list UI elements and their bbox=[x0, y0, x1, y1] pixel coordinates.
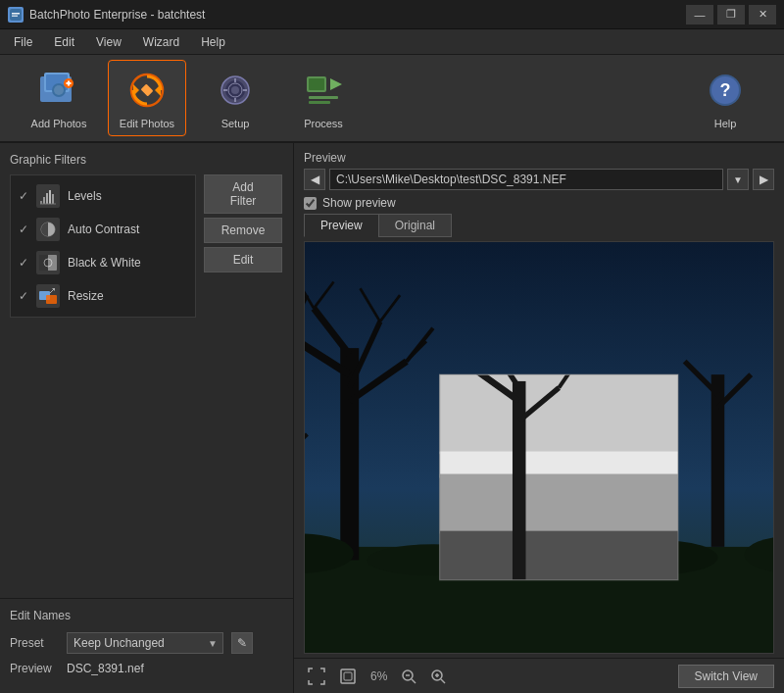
svg-rect-2 bbox=[12, 15, 18, 17]
prev-file-button[interactable]: ◀ bbox=[304, 169, 325, 190]
svg-rect-10 bbox=[67, 82, 72, 84]
menu-edit[interactable]: Edit bbox=[44, 32, 84, 52]
svg-rect-34 bbox=[49, 190, 51, 204]
svg-rect-32 bbox=[43, 197, 45, 204]
svg-rect-85 bbox=[344, 672, 352, 680]
preview-filename-value: DSC_8391.nef bbox=[67, 662, 144, 675]
filter-item-black-white[interactable]: ✓ Black & White bbox=[11, 246, 195, 279]
zoom-in-button[interactable] bbox=[426, 667, 450, 686]
zoom-level: 6% bbox=[367, 669, 391, 683]
title-text: BatchPhoto Enterprise - batchtest bbox=[29, 8, 205, 22]
filter-item-levels[interactable]: ✓ Levels bbox=[11, 179, 195, 213]
remove-filter-button[interactable]: Remove bbox=[204, 218, 282, 243]
title-bar-left: BatchPhoto Enterprise - batchtest bbox=[8, 7, 205, 23]
add-photos-button[interactable]: Add Photos bbox=[20, 60, 98, 136]
filter-name-black-white: Black & White bbox=[68, 256, 141, 270]
filters-list: ✓ Levels bbox=[10, 174, 196, 318]
edit-photos-icon bbox=[123, 67, 171, 114]
filter-name-levels: Levels bbox=[68, 189, 102, 203]
preset-label: Preset bbox=[10, 636, 59, 650]
menu-wizard[interactable]: Wizard bbox=[133, 32, 189, 52]
menu-file[interactable]: File bbox=[4, 32, 42, 52]
title-bar: BatchPhoto Enterprise - batchtest — ❐ ✕ bbox=[0, 0, 784, 29]
add-filter-button[interactable]: Add Filter bbox=[204, 174, 282, 214]
minimize-button[interactable]: — bbox=[686, 5, 713, 25]
show-preview-checkbox[interactable] bbox=[304, 197, 317, 210]
process-button[interactable]: Process bbox=[284, 60, 363, 136]
tab-original[interactable]: Original bbox=[378, 214, 452, 237]
svg-rect-24 bbox=[309, 78, 324, 90]
zoom-actual-button[interactable] bbox=[335, 666, 361, 687]
preset-row: Preset Keep Unchanged Custom ▼ ✎ bbox=[10, 632, 283, 654]
edit-photos-label: Edit Photos bbox=[120, 118, 174, 129]
edit-names-section: Edit Names Preset Keep Unchanged Custom … bbox=[0, 598, 293, 693]
tab-preview[interactable]: Preview bbox=[304, 214, 378, 237]
show-preview-label[interactable]: Show preview bbox=[322, 196, 396, 210]
zoom-fit-button[interactable] bbox=[304, 666, 329, 687]
filter-check-levels: ✓ bbox=[19, 189, 28, 203]
help-button[interactable]: ? Help bbox=[686, 60, 764, 136]
edit-photos-button[interactable]: Edit Photos bbox=[108, 60, 186, 136]
add-photos-icon bbox=[35, 67, 82, 114]
file-path-input[interactable] bbox=[329, 169, 723, 190]
edit-filter-button[interactable]: Edit bbox=[204, 247, 282, 272]
preview-canvas bbox=[304, 241, 774, 654]
graphic-filters-section: Graphic Filters ✓ bbox=[0, 143, 293, 598]
filter-icon-levels bbox=[36, 184, 60, 208]
filter-item-resize[interactable]: ✓ Resize bbox=[11, 279, 195, 313]
preview-tabs: Preview Original bbox=[294, 214, 784, 237]
setup-button[interactable]: Setup bbox=[196, 60, 274, 136]
svg-rect-35 bbox=[52, 194, 54, 204]
setup-icon bbox=[212, 67, 259, 114]
preview-image-area bbox=[305, 242, 773, 653]
show-preview-row: Show preview bbox=[294, 196, 784, 214]
filters-area: ✓ Levels bbox=[10, 174, 283, 318]
svg-line-92 bbox=[441, 679, 445, 683]
filter-check-resize: ✓ bbox=[19, 289, 28, 303]
svg-rect-14 bbox=[141, 84, 154, 97]
svg-rect-1 bbox=[12, 13, 20, 15]
next-file-button[interactable]: ▶ bbox=[753, 169, 774, 190]
process-label: Process bbox=[304, 118, 343, 129]
zoom-out-button[interactable] bbox=[397, 667, 420, 686]
svg-rect-84 bbox=[341, 669, 355, 683]
switch-view-button[interactable]: Switch View bbox=[678, 665, 774, 688]
close-button[interactable]: ✕ bbox=[749, 5, 776, 25]
svg-rect-75 bbox=[440, 531, 678, 580]
left-panel: Graphic Filters ✓ bbox=[0, 143, 294, 693]
preset-select-wrapper: Keep Unchanged Custom ▼ bbox=[67, 632, 223, 654]
filter-name-resize: Resize bbox=[68, 289, 104, 303]
filter-buttons: Add Filter Remove Edit bbox=[204, 174, 282, 318]
filter-icon-resize bbox=[36, 284, 60, 308]
filter-check-auto-contrast: ✓ bbox=[19, 223, 28, 236]
svg-marker-13 bbox=[133, 84, 139, 96]
preview-toolbar: 6% Switch View bbox=[294, 658, 784, 693]
toolbar: Add Photos Edit Photos bbox=[0, 55, 784, 143]
file-nav: ◀ ▼ ▶ bbox=[294, 169, 784, 196]
graphic-filters-title: Graphic Filters bbox=[10, 153, 283, 167]
maximize-button[interactable]: ❐ bbox=[717, 5, 745, 25]
menu-bar: File Edit View Wizard Help bbox=[0, 29, 784, 55]
menu-help[interactable]: Help bbox=[191, 32, 235, 52]
svg-point-18 bbox=[231, 86, 239, 94]
preview-filename-label: Preview bbox=[10, 662, 59, 675]
main-content: Graphic Filters ✓ bbox=[0, 143, 784, 693]
svg-rect-27 bbox=[309, 101, 330, 104]
app-icon bbox=[8, 7, 24, 23]
filter-check-black-white: ✓ bbox=[19, 256, 28, 270]
preview-filename-row: Preview DSC_8391.nef bbox=[10, 662, 283, 675]
scene-svg bbox=[305, 242, 773, 653]
svg-point-7 bbox=[54, 85, 64, 95]
menu-view[interactable]: View bbox=[86, 32, 131, 52]
preset-select[interactable]: Keep Unchanged Custom bbox=[67, 632, 223, 654]
edit-names-title: Edit Names bbox=[10, 609, 283, 622]
setup-label: Setup bbox=[221, 118, 250, 129]
file-path-dropdown[interactable]: ▼ bbox=[727, 169, 749, 190]
preset-edit-button[interactable]: ✎ bbox=[231, 632, 253, 654]
filter-item-auto-contrast[interactable]: ✓ Auto Contrast bbox=[11, 213, 195, 246]
add-photos-label: Add Photos bbox=[31, 118, 87, 129]
svg-rect-26 bbox=[309, 96, 338, 99]
help-icon: ? bbox=[702, 67, 749, 114]
filter-icon-black-white bbox=[36, 251, 60, 274]
process-icon bbox=[300, 67, 347, 114]
